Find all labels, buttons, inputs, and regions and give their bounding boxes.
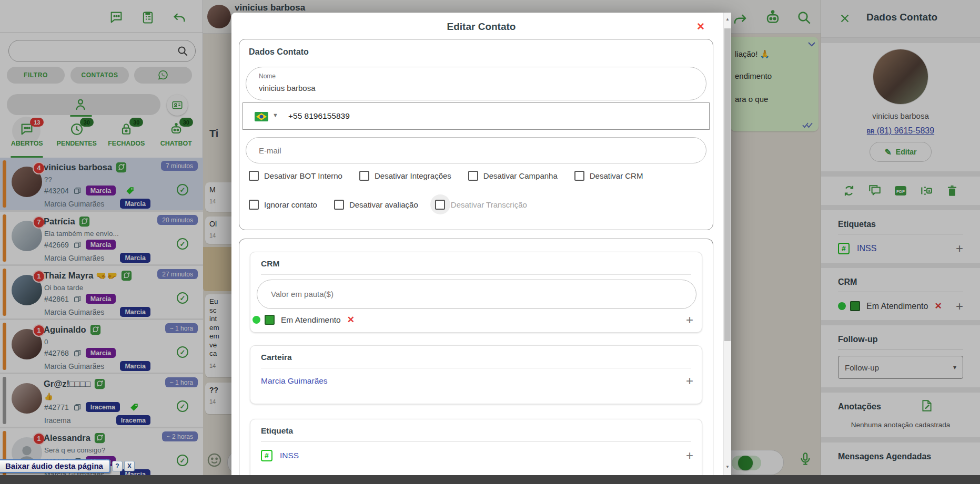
checkbox-label: Ignorar contato xyxy=(264,200,317,209)
phone-field[interactable]: ▼ +55 8196155839 xyxy=(243,102,710,130)
scrollbar-thumb[interactable] xyxy=(724,28,731,341)
checkbox-label: Desativar BOT Interno xyxy=(264,171,342,180)
card-heading: CRM xyxy=(261,259,279,269)
download-audio-tooltip: Baixar áudio desta página ? X xyxy=(0,459,135,473)
checkbox-desativar-integra-es[interactable]: Desativar Integrações xyxy=(359,171,451,181)
crm-status-label: Em Atendimento xyxy=(281,315,341,325)
checkbox-box[interactable] xyxy=(249,171,259,181)
checkbox-box[interactable] xyxy=(249,200,259,210)
tooltip-close-button[interactable]: X xyxy=(124,461,135,471)
card-heading: Dados Contato xyxy=(249,47,309,57)
etiqueta-card: Etiqueta # INSS + xyxy=(250,419,702,484)
checkbox-box[interactable] xyxy=(468,171,478,181)
modal-title: Editar Contato xyxy=(231,21,731,33)
browser-bottom-bar xyxy=(0,475,980,484)
tag-row: # INSS + xyxy=(261,450,693,461)
name-field[interactable]: Nome vinicius barbosa xyxy=(246,67,706,100)
crm-outer-card: CRM Valor em pauta($) Em Atendimento ✕ +… xyxy=(239,239,713,484)
checkbox-row: Desativar BOT InternoDesativar Integraçõ… xyxy=(249,171,643,181)
email-placeholder: E-mail xyxy=(259,146,281,155)
name-label: Nome xyxy=(259,73,276,80)
divider xyxy=(261,441,691,442)
carteira-card: Carteira Marcia Guimarães + xyxy=(250,345,702,404)
remove-status-button[interactable]: ✕ xyxy=(347,314,355,325)
divider xyxy=(261,274,691,275)
card-heading: Carteira xyxy=(261,353,292,362)
flag-dropdown-icon[interactable]: ▼ xyxy=(272,112,278,118)
checkbox-halo xyxy=(430,194,450,214)
tag-label[interactable]: INSS xyxy=(280,451,299,460)
checkbox-label: Desativar Integrações xyxy=(375,171,451,180)
add-status-button[interactable]: + xyxy=(686,315,693,325)
tooltip-text[interactable]: Baixar áudio desta página xyxy=(0,459,110,473)
checkbox-desativar-transcri-o[interactable]: Desativar Transcrição xyxy=(435,199,527,210)
email-field[interactable]: E-mail xyxy=(246,137,706,163)
crm-status-row: Em Atendimento ✕ + xyxy=(252,314,693,325)
app-window: FILTRO CONTATOS 13ABERTOS30PENDENTES30FE… xyxy=(0,0,980,484)
status-dot-icon xyxy=(252,316,260,324)
checkbox-desativar-avalia-o[interactable]: Desativar avaliação xyxy=(334,200,418,210)
modal-scrollbar[interactable]: ▲ ▼ xyxy=(723,13,731,484)
hash-tag-icon: # xyxy=(261,450,272,461)
checkbox-row: Ignorar contatoDesativar avaliaçãoDesati… xyxy=(249,199,527,210)
card-heading: Etiqueta xyxy=(261,426,293,436)
checkbox-box[interactable] xyxy=(435,200,445,210)
status-color-icon xyxy=(265,315,275,325)
scroll-up-icon[interactable]: ▲ xyxy=(725,17,730,22)
crm-card: CRM Valor em pauta($) Em Atendimento ✕ + xyxy=(250,252,702,333)
checkbox-box[interactable] xyxy=(334,200,344,210)
deal-value-field[interactable]: Valor em pauta($) xyxy=(257,280,696,309)
checkbox-label: Desativar avaliação xyxy=(349,200,418,209)
wallet-member[interactable]: Marcia Guimarães xyxy=(261,376,328,386)
divider xyxy=(261,368,691,368)
checkbox-label: Desativar CRM xyxy=(590,171,643,180)
name-value: vinicius barbosa xyxy=(259,84,316,92)
checkbox-desativar-crm[interactable]: Desativar CRM xyxy=(574,171,643,181)
checkbox-desativar-bot-interno[interactable]: Desativar BOT Interno xyxy=(249,171,342,181)
checkbox-label: Desativar Transcrição xyxy=(451,200,527,209)
contact-data-card: Dados Contato Nome vinicius barbosa ▼ +5… xyxy=(239,39,713,230)
checkbox-box[interactable] xyxy=(574,171,584,181)
add-wallet-button[interactable]: + xyxy=(686,376,693,386)
checkbox-box[interactable] xyxy=(359,171,369,181)
checkbox-desativar-campanha[interactable]: Desativar Campanha xyxy=(468,171,558,181)
scroll-down-icon[interactable]: ▼ xyxy=(725,465,730,469)
deal-value-placeholder: Valor em pauta($) xyxy=(271,290,334,298)
wallet-row: Marcia Guimarães + xyxy=(261,376,693,386)
checkbox-label: Desativar Campanha xyxy=(483,171,558,180)
checkbox-ignorar-contato[interactable]: Ignorar contato xyxy=(249,200,317,210)
brazil-flag-icon[interactable] xyxy=(255,112,268,121)
close-modal-button[interactable]: ✕ xyxy=(696,20,705,33)
add-tag-button[interactable]: + xyxy=(686,451,693,460)
tooltip-help-button[interactable]: ? xyxy=(112,461,123,471)
phone-value: +55 8196155839 xyxy=(288,111,350,121)
edit-contact-modal: Editar Contato ✕ Dados Contato Nome vini… xyxy=(231,13,731,484)
